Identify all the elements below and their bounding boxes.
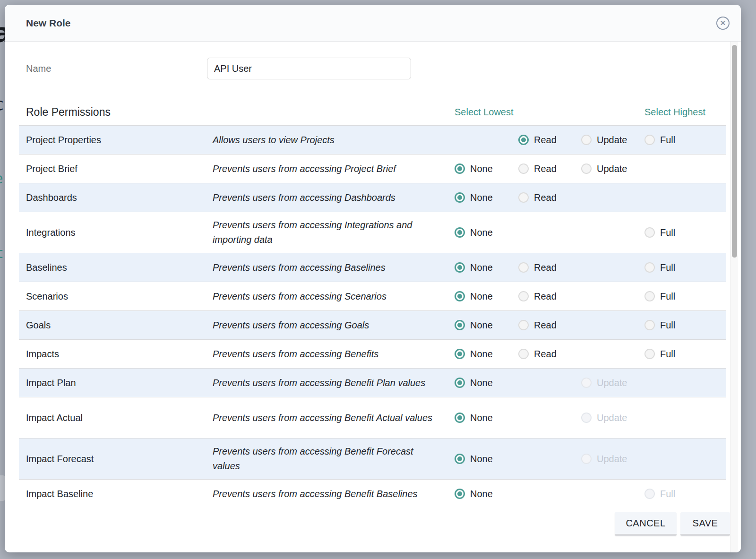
permission-row-description: Prevents users from accessing Benefit Ba… [213, 487, 455, 501]
radio-option-update: Update [581, 378, 644, 388]
radio-icon [455, 262, 465, 273]
radio-icon [518, 192, 529, 203]
radio-option-none[interactable]: None [455, 454, 518, 464]
radio-icon [455, 489, 465, 499]
radio-option-update: Update [581, 413, 644, 423]
radio-option-none[interactable]: None [455, 378, 518, 388]
radio-option-update[interactable]: Update [581, 135, 644, 146]
radio-icon [455, 192, 465, 203]
radio-icon [644, 291, 655, 301]
radio-option-label: Full [660, 489, 675, 499]
radio-icon [644, 227, 655, 238]
backdrop-glyph: t [0, 245, 3, 261]
permission-row-description: Prevents users from accessing Goals [213, 318, 455, 333]
permission-row-description: Prevents users from accessing Benefit Fo… [213, 444, 455, 473]
permission-row-label: Impact Baseline [26, 489, 213, 499]
radio-option-label: None [470, 320, 493, 331]
permission-row-label: Impact Forecast [26, 454, 213, 464]
radio-option-label: Read [534, 163, 557, 174]
radio-option-none[interactable]: None [455, 413, 518, 423]
radio-option-label: None [470, 192, 493, 203]
scrollbar[interactable] [730, 42, 738, 552]
save-button[interactable]: SAVE [680, 512, 730, 536]
radio-option-full[interactable]: Full [644, 227, 726, 238]
permission-row-label: Impact Plan [26, 378, 213, 388]
permission-row-description: Prevents users from accessing Integratio… [213, 218, 455, 247]
permission-row: Impact PlanPrevents users from accessing… [19, 369, 726, 397]
radio-option-label: Update [597, 163, 627, 174]
radio-option-label: None [470, 227, 493, 238]
radio-option-full[interactable]: Full [644, 320, 726, 331]
radio-option-read[interactable]: Read [518, 163, 581, 174]
radio-option-label: Read [534, 349, 557, 360]
radio-option-full[interactable]: Full [644, 135, 726, 146]
radio-option-read[interactable]: Read [518, 320, 581, 331]
radio-option-none[interactable]: None [455, 192, 518, 203]
radio-icon [518, 262, 529, 273]
permission-row-label: Goals [26, 320, 213, 331]
radio-icon [455, 291, 465, 301]
permissions-list: Project PropertiesAllows users to view P… [19, 125, 726, 504]
permission-row-label: Project Properties [26, 135, 213, 146]
modal-body: Name Role Permissions Select Lowest Sele… [5, 42, 741, 552]
permission-row-description: Prevents users from accessing Dashboards [213, 190, 455, 205]
radio-option-full[interactable]: Full [644, 349, 726, 360]
radio-option-label: Read [534, 135, 557, 146]
radio-icon [518, 163, 529, 174]
radio-option-update[interactable]: Update [581, 163, 644, 174]
permission-row-description: Prevents users from accessing Benefit Ac… [213, 411, 455, 425]
permission-row: GoalsPrevents users from accessing Goals… [19, 311, 726, 340]
radio-option-none[interactable]: None [455, 262, 518, 273]
radio-option-label: None [470, 262, 493, 273]
permission-row-label: Integrations [26, 227, 213, 238]
scrollbar-thumb[interactable] [732, 45, 737, 258]
radio-option-label: Update [597, 135, 627, 146]
backdrop-glyph: e [0, 170, 3, 187]
radio-option-read[interactable]: Read [518, 192, 581, 203]
radio-option-label: Update [597, 413, 627, 423]
permission-row-description: Prevents users from accessing Project Br… [213, 162, 455, 176]
radio-option-label: Update [597, 378, 627, 388]
select-lowest-link[interactable]: Select Lowest [455, 107, 581, 118]
name-label: Name [26, 63, 207, 74]
radio-option-read[interactable]: Read [518, 262, 581, 273]
radio-option-none[interactable]: None [455, 320, 518, 331]
permission-row: ScenariosPrevents users from accessing S… [19, 282, 726, 311]
radio-option-read[interactable]: Read [518, 349, 581, 360]
permission-row-description: Prevents users from accessing Scenarios [213, 289, 455, 304]
radio-option-label: Full [660, 320, 675, 331]
permission-row: Impact ActualPrevents users from accessi… [19, 397, 726, 439]
radio-option-none[interactable]: None [455, 163, 518, 174]
radio-option-label: None [470, 349, 493, 360]
radio-option-full[interactable]: Full [644, 291, 726, 302]
close-icon[interactable]: ✕ [716, 17, 730, 30]
radio-option-label: Full [660, 135, 675, 146]
radio-option-none[interactable]: None [455, 291, 518, 302]
radio-option-full[interactable]: Full [644, 262, 726, 273]
radio-icon [518, 320, 529, 330]
radio-option-label: None [470, 291, 493, 302]
radio-option-label: Read [534, 320, 557, 331]
radio-option-none[interactable]: None [455, 489, 518, 499]
radio-icon [455, 454, 465, 464]
permission-row: DashboardsPrevents users from accessing … [19, 183, 726, 212]
permission-row-description: Prevents users from accessing Benefits [213, 347, 455, 361]
name-row: Name [5, 42, 741, 79]
modal-header: New Role ✕ [5, 5, 741, 42]
select-highest-link[interactable]: Select Highest [644, 107, 705, 118]
permission-row: Project PropertiesAllows users to view P… [19, 126, 726, 155]
permission-row-description: Prevents users from accessing Baselines [213, 260, 455, 275]
radio-option-none[interactable]: None [455, 227, 518, 238]
radio-option-label: None [470, 454, 493, 464]
radio-option-none[interactable]: None [455, 349, 518, 360]
cancel-button[interactable]: CANCEL [615, 512, 677, 536]
radio-icon [644, 262, 655, 273]
permission-row: BaselinesPrevents users from accessing B… [19, 253, 726, 282]
radio-icon [581, 135, 592, 145]
radio-icon [455, 163, 465, 174]
permission-row-description: Prevents users from accessing Benefit Pl… [213, 376, 455, 390]
new-role-modal: New Role ✕ Name Role Permissions Select … [5, 5, 741, 552]
radio-option-read[interactable]: Read [518, 291, 581, 302]
radio-option-read[interactable]: Read [518, 135, 581, 146]
name-input[interactable] [207, 58, 411, 79]
